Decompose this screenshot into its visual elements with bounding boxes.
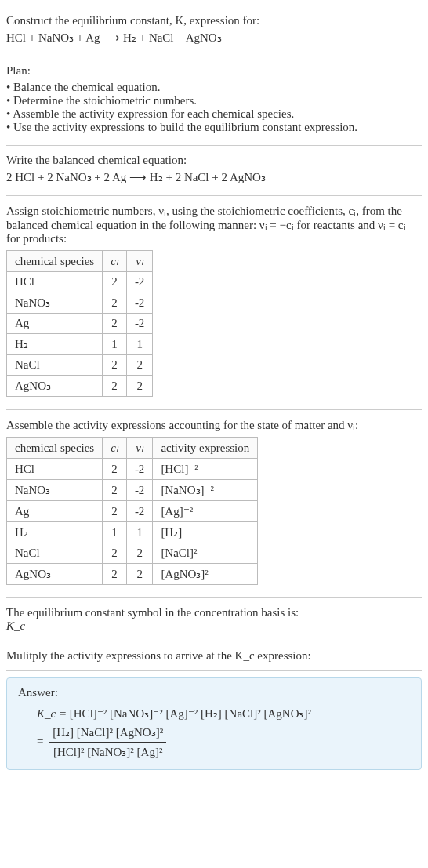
cell-vi: -2 (126, 292, 153, 314)
cell-expr: [AgNO₃]² (153, 564, 258, 585)
header-ci: cᵢ (103, 251, 127, 272)
symbol-line: The equilibrium constant symbol in the c… (6, 606, 422, 619)
activity-section: Assemble the activity expressions accoun… (6, 410, 422, 598)
header-species: chemical species (7, 438, 103, 459)
kc-prefix: K_c = (37, 707, 70, 720)
multiply-line: Mulitply the activity expressions to arr… (6, 649, 422, 663)
answer-flat-line: K_c = [HCl]⁻² [NaNO₃]⁻² [Ag]⁻² [H₂] [NaC… (37, 704, 410, 723)
cell-species: AgNO₃ (7, 376, 103, 397)
cell-vi: -2 (126, 480, 153, 501)
answer-flat-expr: [HCl]⁻² [NaNO₃]⁻² [Ag]⁻² [H₂] [NaCl]² [A… (70, 707, 311, 720)
cell-ci: 2 (103, 564, 127, 585)
eq-sign: = (37, 735, 46, 747)
plan-item: Use the activity expressions to build th… (6, 121, 422, 134)
cell-vi: 2 (126, 355, 153, 376)
cell-species: H₂ (7, 522, 103, 543)
cell-species: AgNO₃ (7, 564, 103, 585)
activity-table: chemical species cᵢ νᵢ activity expressi… (6, 437, 258, 585)
cell-species: Ag (7, 501, 103, 522)
kc-symbol: K_c (6, 619, 422, 633)
cell-species: NaNO₃ (7, 292, 103, 314)
cell-ci: 2 (103, 272, 127, 292)
table-row: HCl 2 -2 (7, 272, 153, 292)
header-vi: νᵢ (126, 438, 153, 459)
cell-ci: 2 (103, 480, 127, 501)
fraction-denominator: [HCl]² [NaNO₃]² [Ag]² (49, 743, 166, 761)
stoich-table: chemical species cᵢ νᵢ HCl 2 -2 NaNO₃ 2 … (6, 250, 153, 397)
cell-vi: -2 (126, 501, 153, 522)
balanced-section: Write the balanced chemical equation: 2 … (6, 146, 422, 196)
cell-vi: -2 (126, 314, 153, 334)
cell-species: HCl (7, 459, 103, 480)
fraction-numerator: [H₂] [NaCl]² [AgNO₃]² (49, 723, 166, 743)
table-header-row: chemical species cᵢ νᵢ activity expressi… (7, 438, 258, 459)
intro-line: Construct the equilibrium constant, K, e… (6, 14, 422, 27)
cell-vi: 1 (126, 522, 153, 543)
cell-species: HCl (7, 272, 103, 292)
header-expr: activity expression (153, 438, 258, 459)
stoich-intro: Assign stoichiometric numbers, νᵢ, using… (6, 204, 422, 245)
plan-list: Balance the chemical equation. Determine… (6, 81, 422, 134)
plan-title: Plan: (6, 64, 422, 78)
cell-species: Ag (7, 314, 103, 334)
table-row: H₂ 1 1 [H₂] (7, 522, 258, 543)
table-row: Ag 2 -2 (7, 314, 153, 334)
plan-section: Plan: Balance the chemical equation. Det… (6, 56, 422, 146)
table-row: HCl 2 -2 [HCl]⁻² (7, 459, 258, 480)
multiply-section: Mulitply the activity expressions to arr… (6, 641, 422, 671)
intro-text: Construct the equilibrium constant, K, e… (6, 14, 259, 27)
cell-vi: 2 (126, 564, 153, 585)
stoich-section: Assign stoichiometric numbers, νᵢ, using… (6, 196, 422, 410)
cell-vi: -2 (126, 272, 153, 292)
answer-fraction-line: = [H₂] [NaCl]² [AgNO₃]² [HCl]² [NaNO₃]² … (37, 723, 410, 761)
intro-section: Construct the equilibrium constant, K, e… (6, 6, 422, 56)
header-ci: cᵢ (103, 438, 127, 459)
cell-vi: 2 (126, 376, 153, 397)
balanced-equation: 2 HCl + 2 NaNO₃ + 2 Ag ⟶ H₂ + 2 NaCl + 2… (6, 170, 422, 184)
header-vi: νᵢ (126, 251, 153, 272)
balanced-title: Write the balanced chemical equation: (6, 154, 422, 167)
table-row: NaNO₃ 2 -2 (7, 292, 153, 314)
answer-label: Answer: (18, 686, 410, 699)
answer-fraction: [H₂] [NaCl]² [AgNO₃]² [HCl]² [NaNO₃]² [A… (49, 723, 166, 761)
plan-item: Assemble the activity expression for eac… (6, 107, 422, 121)
cell-expr: [NaCl]² (153, 543, 258, 564)
cell-ci: 2 (103, 355, 127, 376)
cell-species: H₂ (7, 334, 103, 355)
cell-expr: [Ag]⁻² (153, 501, 258, 522)
table-header-row: chemical species cᵢ νᵢ (7, 251, 153, 272)
cell-ci: 2 (103, 543, 127, 564)
cell-ci: 1 (103, 522, 127, 543)
plan-item: Determine the stoichiometric numbers. (6, 94, 422, 107)
cell-expr: [HCl]⁻² (153, 459, 258, 480)
cell-expr: [NaNO₃]⁻² (153, 480, 258, 501)
cell-ci: 2 (103, 459, 127, 480)
cell-ci: 2 (103, 292, 127, 314)
cell-vi: -2 (126, 459, 153, 480)
table-row: NaCl 2 2 [NaCl]² (7, 543, 258, 564)
cell-vi: 1 (126, 334, 153, 355)
activity-intro: Assemble the activity expressions accoun… (6, 418, 422, 432)
cell-ci: 2 (103, 314, 127, 334)
answer-box: Answer: K_c = [HCl]⁻² [NaNO₃]⁻² [Ag]⁻² [… (6, 677, 422, 770)
cell-species: NaCl (7, 355, 103, 376)
table-row: NaNO₃ 2 -2 [NaNO₃]⁻² (7, 480, 258, 501)
plan-item: Balance the chemical equation. (6, 81, 422, 94)
cell-ci: 1 (103, 334, 127, 355)
cell-ci: 2 (103, 501, 127, 522)
table-row: AgNO₃ 2 2 [AgNO₃]² (7, 564, 258, 585)
cell-species: NaCl (7, 543, 103, 564)
cell-vi: 2 (126, 543, 153, 564)
cell-species: NaNO₃ (7, 480, 103, 501)
header-species: chemical species (7, 251, 103, 272)
table-row: NaCl 2 2 (7, 355, 153, 376)
table-row: AgNO₃ 2 2 (7, 376, 153, 397)
cell-expr: [H₂] (153, 522, 258, 543)
symbol-section: The equilibrium constant symbol in the c… (6, 598, 422, 641)
table-row: Ag 2 -2 [Ag]⁻² (7, 501, 258, 522)
cell-ci: 2 (103, 376, 127, 397)
intro-equation: HCl + NaNO₃ + Ag ⟶ H₂ + NaCl + AgNO₃ (6, 31, 422, 45)
table-row: H₂ 1 1 (7, 334, 153, 355)
